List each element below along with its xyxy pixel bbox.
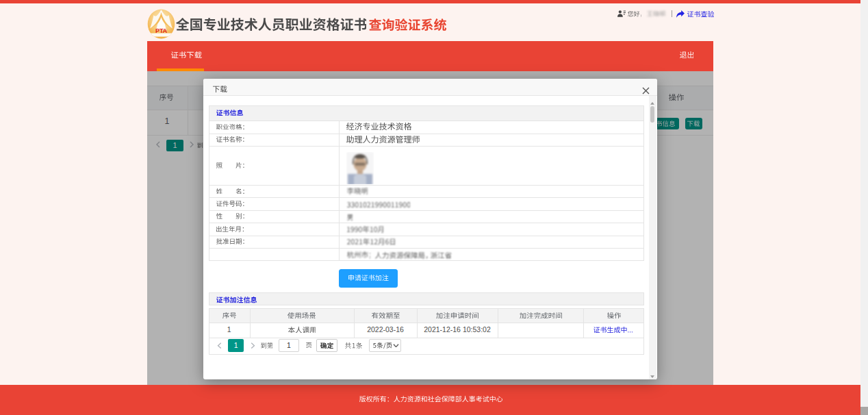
- svg-text:PTA: PTA: [155, 27, 167, 34]
